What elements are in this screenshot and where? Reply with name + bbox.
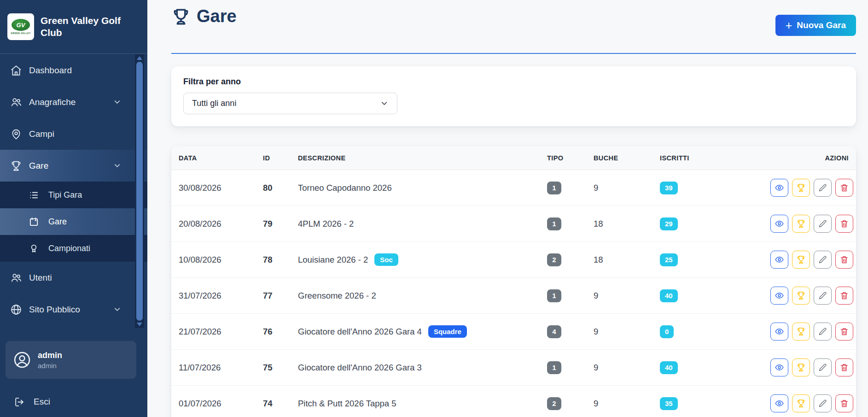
sidebar-item-campionati[interactable]: Campionati	[0, 235, 147, 262]
cell-tipo: 2	[547, 397, 594, 410]
sidebar-scrollbar[interactable]	[135, 54, 144, 328]
column-header-iscritti: ISCRITTI	[660, 154, 770, 162]
nuova-gara-button[interactable]: + Nuova Gara	[775, 15, 856, 36]
tipo-badge: 1	[547, 182, 561, 194]
edit-button[interactable]	[814, 251, 832, 269]
iscritti-badge: 40	[660, 289, 678, 302]
edit-button[interactable]	[814, 323, 832, 341]
year-filter-select[interactable]: Tutti gli anni	[183, 93, 397, 114]
results-button[interactable]	[792, 215, 810, 233]
nuova-gara-label: Nuova Gara	[797, 20, 846, 30]
gara-tag-badge: Soc	[374, 253, 398, 266]
results-button[interactable]	[792, 358, 810, 376]
gara-tag-badge: Squadre	[428, 325, 467, 338]
logout-button[interactable]: Esci	[0, 390, 147, 414]
trophy-icon	[796, 363, 806, 372]
table-body: 30/08/2026 80 Torneo Capodanno 2026 1 9 …	[171, 170, 856, 417]
edit-button[interactable]	[814, 179, 832, 197]
cell-data: 10/08/2026	[179, 255, 263, 265]
edit-button[interactable]	[814, 287, 832, 305]
sidebar-item-anagrafiche[interactable]: Anagrafiche	[0, 86, 147, 118]
map-pin-icon	[10, 128, 22, 140]
results-button[interactable]	[792, 179, 810, 197]
scroll-up-arrow[interactable]	[137, 56, 142, 60]
gare-table: DATA ID DESCRIZIONE TIPO BUCHE ISCRITTI …	[171, 146, 856, 417]
sidebar-item-gare[interactable]: Gare	[0, 150, 147, 182]
cell-data: 20/08/2026	[179, 219, 263, 229]
cell-descrizione: 4PLM 2026 - 2	[298, 219, 547, 229]
sidebar-item-label: Tipi Gara	[48, 190, 82, 200]
sidebar-item-campi[interactable]: Campi	[0, 118, 147, 150]
sidebar-item-tipi-gara[interactable]: Tipi Gara	[0, 182, 147, 208]
delete-button[interactable]	[835, 251, 853, 269]
cell-buche: 9	[594, 291, 660, 301]
cell-descrizione: Torneo Capodanno 2026	[298, 183, 547, 193]
cell-id: 80	[263, 183, 298, 193]
delete-button[interactable]	[835, 215, 853, 233]
user-role: admin	[38, 362, 62, 370]
view-button[interactable]	[770, 215, 788, 233]
cell-iscritti: 29	[660, 217, 770, 230]
trash-icon	[839, 219, 849, 229]
sidebar-item-utenti[interactable]: Utenti	[0, 262, 147, 294]
view-button[interactable]	[770, 358, 788, 376]
table-row: 01/07/2026 74 Pitch & Putt 2026 Tappa 5 …	[171, 386, 856, 417]
cell-tipo: 1	[547, 217, 594, 230]
filter-label: Filtra per anno	[183, 77, 844, 87]
results-button[interactable]	[792, 251, 810, 269]
results-button[interactable]	[792, 287, 810, 305]
column-header-descrizione: DESCRIZIONE	[298, 154, 547, 162]
user-card[interactable]: admin admin	[6, 341, 136, 379]
cell-data: 30/08/2026	[179, 183, 263, 193]
cell-id: 76	[263, 327, 298, 337]
cell-tipo: 1	[547, 289, 594, 302]
delete-button[interactable]	[835, 287, 853, 305]
trophy-icon	[796, 399, 806, 408]
pencil-icon	[818, 327, 827, 336]
delete-button[interactable]	[835, 179, 853, 197]
trash-icon	[839, 183, 849, 193]
year-filter-value: Tutti gli anni	[192, 99, 236, 108]
view-button[interactable]	[770, 179, 788, 197]
sidebar-item-gare-sub[interactable]: Gare	[0, 208, 147, 235]
cell-id: 74	[263, 399, 298, 409]
trophy-icon	[171, 7, 191, 26]
results-button[interactable]	[792, 394, 810, 412]
eye-icon	[775, 219, 784, 229]
cell-azioni	[770, 215, 853, 233]
delete-button[interactable]	[835, 358, 853, 376]
gara-description: Torneo Capodanno 2026	[298, 183, 392, 193]
view-button[interactable]	[770, 251, 788, 269]
trophy-icon	[796, 183, 806, 193]
chevron-down-icon	[113, 161, 122, 170]
globe-icon	[10, 304, 22, 316]
logout-icon	[14, 396, 25, 408]
view-button[interactable]	[770, 394, 788, 412]
view-button[interactable]	[770, 287, 788, 305]
scrollbar-thumb[interactable]	[136, 62, 143, 321]
edit-button[interactable]	[814, 394, 832, 412]
view-button[interactable]	[770, 323, 788, 341]
results-button[interactable]	[792, 323, 810, 341]
club-logo-small-text: GREEN VALLEY	[11, 32, 30, 35]
sidebar-item-dashboard[interactable]: Dashboard	[0, 54, 147, 86]
delete-button[interactable]	[835, 323, 853, 341]
edit-button[interactable]	[814, 215, 832, 233]
filter-card: Filtra per anno Tutti gli anni	[171, 66, 856, 126]
cell-buche: 18	[594, 255, 660, 265]
sidebar-item-sito-pubblico[interactable]: Sito Pubblico	[0, 294, 147, 325]
club-name: Green Valley Golf Club	[41, 15, 140, 39]
tipo-badge: 1	[547, 289, 561, 302]
iscritti-badge: 39	[660, 182, 678, 194]
eye-icon	[775, 363, 784, 372]
cell-id: 75	[263, 363, 298, 373]
sidebar-item-label: Utenti	[29, 273, 52, 283]
cell-tipo: 2	[547, 253, 594, 266]
edit-button[interactable]	[814, 358, 832, 376]
table-row: 21/07/2026 76 Giocatore dell'Anno 2026 G…	[171, 314, 856, 350]
trophy-icon	[796, 291, 806, 300]
scroll-down-arrow[interactable]	[137, 323, 142, 326]
cell-data: 11/07/2026	[179, 363, 263, 373]
delete-button[interactable]	[835, 394, 853, 412]
tipo-badge: 4	[547, 325, 561, 338]
